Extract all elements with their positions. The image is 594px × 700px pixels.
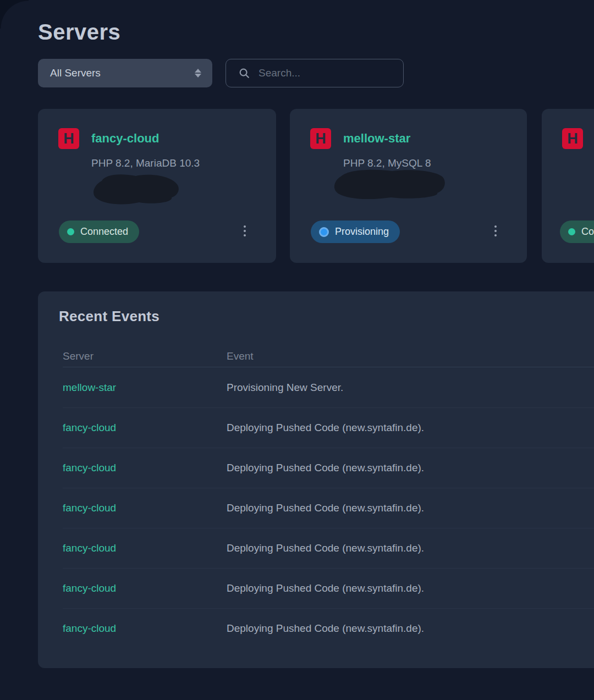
recent-events-title: Recent Events <box>59 308 160 325</box>
kebab-menu-icon[interactable] <box>240 222 249 240</box>
status-label: Provisioning <box>335 226 389 238</box>
server-filter-value: All Servers <box>50 67 101 79</box>
event-text: Deploying Pushed Code (new.syntafin.de). <box>227 422 594 434</box>
status-label: Connected <box>581 226 594 238</box>
page-title: Servers <box>38 20 120 45</box>
chevron-updown-icon <box>195 69 201 78</box>
table-row: mellow-star Provisioning New Server. <box>63 367 594 407</box>
recent-events-table: Server Event mellow-star Provisioning Ne… <box>63 345 594 648</box>
search-input[interactable] <box>258 67 394 79</box>
server-name-link[interactable]: fancy-cloud <box>91 131 159 146</box>
server-stack-label: PHP 8.2, MySQL 8 <box>343 157 431 169</box>
table-row: fancy-cloud Deploying Pushed Code (new.s… <box>63 448 594 488</box>
event-text: Deploying Pushed Code (new.syntafin.de). <box>227 582 594 594</box>
server-stack-label: PHP 8.2, MariaDB 10.3 <box>91 157 200 169</box>
app-corner-backdrop <box>0 0 29 29</box>
server-card-fancy-cloud[interactable]: H fancy-cloud PHP 8.2, MariaDB 10.3 Conn… <box>38 109 276 263</box>
hetzner-icon: H <box>58 128 79 149</box>
column-header-event: Event <box>227 350 594 362</box>
status-dot-icon <box>568 228 575 235</box>
status-badge: Connected <box>560 221 594 243</box>
status-dot-icon <box>319 227 329 237</box>
event-text: Deploying Pushed Code (new.syntafin.de). <box>227 542 594 554</box>
event-text: Deploying Pushed Code (new.syntafin.de). <box>227 462 594 474</box>
column-header-server: Server <box>63 350 227 362</box>
status-badge: Provisioning <box>311 221 400 243</box>
kebab-menu-icon[interactable] <box>491 222 500 240</box>
server-link[interactable]: fancy-cloud <box>63 462 227 474</box>
status-label: Connected <box>80 226 128 238</box>
table-row: fancy-cloud Deploying Pushed Code (new.s… <box>63 568 594 608</box>
hetzner-icon: H <box>562 128 583 149</box>
event-text: Provisioning New Server. <box>227 382 594 394</box>
redacted-ip-blob <box>332 168 447 200</box>
server-cards-row: H fancy-cloud PHP 8.2, MariaDB 10.3 Conn… <box>0 109 594 263</box>
event-text: Deploying Pushed Code (new.syntafin.de). <box>227 502 594 514</box>
table-row: fancy-cloud Deploying Pushed Code (new.s… <box>63 488 594 528</box>
server-link[interactable]: fancy-cloud <box>63 582 227 594</box>
table-row: fancy-cloud Deploying Pushed Code (new.s… <box>63 528 594 568</box>
search-box[interactable] <box>226 59 404 87</box>
server-name-link[interactable]: mellow-star <box>343 131 410 146</box>
table-row: fancy-cloud Deploying Pushed Code (new.s… <box>63 407 594 448</box>
server-link[interactable]: fancy-cloud <box>63 422 227 434</box>
server-link[interactable]: fancy-cloud <box>63 542 227 554</box>
server-link[interactable]: mellow-star <box>63 382 227 394</box>
server-link[interactable]: fancy-cloud <box>63 622 227 635</box>
hetzner-icon: H <box>310 128 331 149</box>
server-link[interactable]: fancy-cloud <box>63 502 227 514</box>
server-card-mellow-star[interactable]: H mellow-star PHP 8.2, MySQL 8 Provision… <box>290 109 527 263</box>
table-row: fancy-cloud Deploying Pushed Code (new.s… <box>63 608 594 648</box>
status-badge: Connected <box>59 221 139 243</box>
event-text: Deploying Pushed Code (new.syntafin.de). <box>227 622 594 635</box>
status-dot-icon <box>67 228 74 235</box>
server-filter-select[interactable]: All Servers <box>38 59 212 87</box>
recent-events-panel: Recent Events Server Event mellow-star P… <box>38 291 594 668</box>
search-icon <box>238 67 250 79</box>
table-header-row: Server Event <box>63 345 594 367</box>
redacted-ip-blob <box>90 172 182 205</box>
server-card-clipped[interactable]: H Connected <box>542 109 594 263</box>
